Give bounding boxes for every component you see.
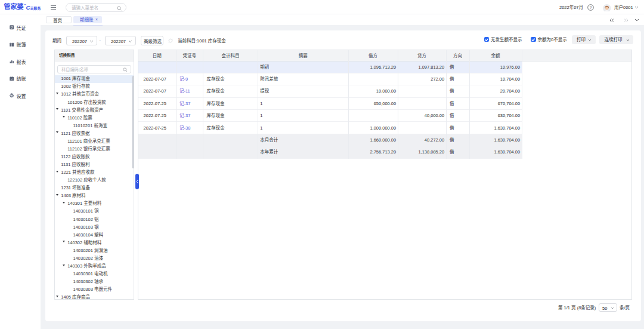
svg-text:?: ? <box>590 5 592 10</box>
